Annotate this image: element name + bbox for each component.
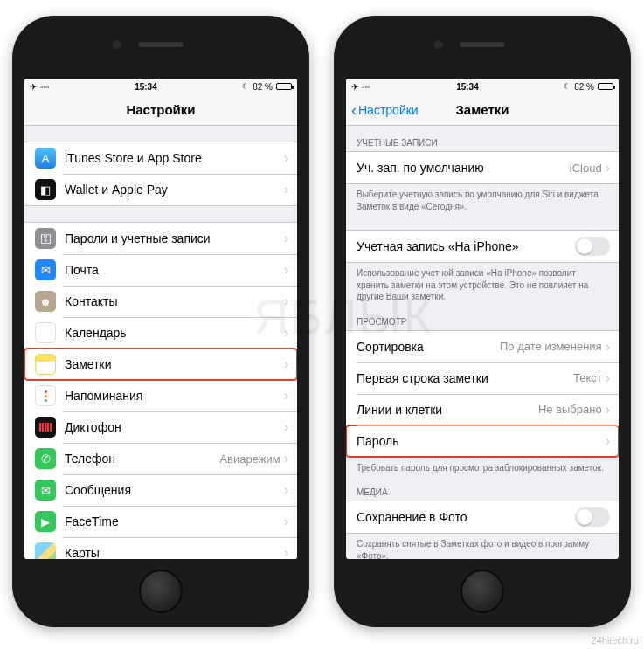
chevron-right-icon: ›: [284, 545, 288, 559]
chevron-right-icon: ›: [606, 433, 610, 449]
watermark-source: 24hitech.ru: [592, 635, 639, 646]
row-mail[interactable]: ✉ Почта ›: [24, 254, 297, 286]
row-itunes[interactable]: A iTunes Store и App Store ›: [24, 142, 297, 174]
row-label: Контакты: [65, 294, 284, 308]
battery-percent: 82 %: [253, 82, 273, 92]
row-label: Сохранение в Фото: [357, 510, 575, 524]
row-phone[interactable]: ✆ Телефон Авиарежим ›: [24, 443, 297, 474]
row-label: Телефон: [65, 452, 219, 466]
chevron-right-icon: ›: [284, 451, 288, 466]
group-view: Сортировка По дате изменения › Первая ст…: [346, 330, 619, 458]
phone-icon: ✆: [35, 448, 56, 469]
row-default-account[interactable]: Уч. зап. по умолчанию iCloud ›: [346, 152, 619, 183]
back-button[interactable]: ‹ Настройки: [351, 94, 419, 125]
group-apps: ⚿ Пароли и учетные записи › ✉ Почта › ☻ …: [24, 222, 297, 559]
chevron-right-icon: ›: [284, 482, 288, 498]
wallet-icon: ◧: [35, 179, 56, 200]
contacts-icon: ☻: [35, 291, 56, 312]
row-value: По дате изменения: [500, 340, 602, 353]
row-label: Линии и клетки: [357, 403, 538, 417]
battery-percent: 82 %: [574, 82, 594, 92]
reminders-icon: [35, 385, 56, 406]
home-button[interactable]: [139, 570, 183, 613]
row-firstline[interactable]: Первая строка заметки Текст ›: [346, 362, 619, 394]
row-label: Карты: [65, 546, 284, 559]
chevron-right-icon: ›: [284, 325, 288, 341]
row-value: Текст: [573, 371, 602, 384]
section-footer-accounts: Выберите учетную запись по умолчанию для…: [346, 184, 619, 214]
chevron-right-icon: ›: [284, 356, 288, 372]
row-lines[interactable]: Линии и клетки Не выбрано ›: [346, 394, 619, 425]
group-store: A iTunes Store и App Store › ◧ Wallet и …: [24, 142, 297, 206]
mail-icon: ✉: [35, 259, 56, 280]
row-messages[interactable]: ✉ Сообщения ›: [24, 474, 297, 506]
airplane-icon: ✈︎: [30, 82, 37, 92]
row-label: iTunes Store и App Store: [65, 151, 284, 165]
row-notes[interactable]: Заметки ›: [24, 349, 297, 380]
toggle-save-photo[interactable]: [575, 507, 610, 527]
messages-icon: ✉: [35, 480, 56, 501]
dnd-icon: ☾: [242, 82, 249, 91]
row-label: Почта: [65, 263, 284, 277]
row-wallet[interactable]: ◧ Wallet и Apple Pay ›: [24, 174, 297, 205]
page-title: Заметки: [455, 102, 509, 117]
row-contacts[interactable]: ☻ Контакты ›: [24, 286, 297, 317]
chevron-right-icon: ›: [606, 370, 610, 386]
chevron-right-icon: ›: [606, 160, 610, 176]
row-reminders[interactable]: Напоминания ›: [24, 380, 297, 411]
notes-icon: [35, 354, 56, 375]
row-sort[interactable]: Сортировка По дате изменения ›: [346, 331, 619, 362]
section-footer-view: Требовать пароль для просмотра заблокиро…: [346, 458, 619, 476]
row-label: Сообщения: [65, 483, 284, 497]
battery-icon: [276, 83, 292, 90]
row-value: Не выбрано: [538, 403, 602, 416]
row-value: iCloud: [570, 162, 602, 175]
row-calendar[interactable]: 12 Календарь ›: [24, 317, 297, 349]
row-voice[interactable]: Диктофон ›: [24, 411, 297, 443]
row-passwords[interactable]: ⚿ Пароли и учетные записи ›: [24, 223, 297, 254]
row-label: FaceTime: [65, 514, 284, 528]
row-label: Wallet и Apple Pay: [65, 183, 284, 197]
group-oniphone: Учетная запись «На iPhone»: [346, 230, 619, 263]
calendar-icon: 12: [35, 322, 56, 343]
row-password[interactable]: Пароль ›: [346, 425, 619, 457]
chevron-right-icon: ›: [284, 182, 288, 197]
row-facetime[interactable]: ▶ FaceTime ›: [24, 506, 297, 537]
phone-left: ✈︎ ◦◦◦ 15:34 ☾ 82 % Настройки: [12, 16, 309, 627]
row-label: Напоминания: [65, 389, 284, 403]
row-value: Авиарежим: [219, 452, 280, 466]
phone-right: ✈︎ ◦◦◦ 15:34 ☾ 82 % ‹ Настройки За: [334, 16, 631, 627]
row-label: Учетная запись «На iPhone»: [357, 239, 575, 253]
toggle-oniphone[interactable]: [575, 237, 610, 256]
facetime-icon: ▶: [35, 511, 56, 532]
group-media: Сохранение в Фото: [346, 501, 619, 534]
chevron-right-icon: ›: [284, 419, 288, 435]
section-header-accounts: УЧЕТНЫЕ ЗАПИСИ: [346, 126, 619, 151]
screen-notes-settings: ✈︎ ◦◦◦ 15:34 ☾ 82 % ‹ Настройки За: [346, 79, 619, 559]
chevron-right-icon: ›: [606, 339, 610, 355]
dnd-icon: ☾: [564, 82, 571, 91]
appstore-icon: A: [35, 148, 56, 169]
row-label: Пароль: [357, 434, 606, 448]
chevron-right-icon: ›: [606, 402, 610, 418]
chevron-right-icon: ›: [284, 293, 288, 309]
wifi-icon: ◦◦◦: [40, 82, 50, 92]
row-oniphone[interactable]: Учетная запись «На iPhone»: [346, 231, 619, 262]
chevron-right-icon: ›: [284, 262, 288, 278]
group-accounts: Уч. зап. по умолчанию iCloud ›: [346, 151, 619, 184]
battery-icon: [598, 83, 613, 90]
status-bar: ✈︎ ◦◦◦ 15:34 ☾ 82 %: [24, 79, 297, 94]
row-label: Уч. зап. по умолчанию: [357, 161, 570, 175]
chevron-right-icon: ›: [284, 231, 288, 246]
home-button[interactable]: [460, 570, 504, 613]
row-save-photo[interactable]: Сохранение в Фото: [346, 501, 619, 533]
status-bar: ✈︎ ◦◦◦ 15:34 ☾ 82 %: [346, 79, 619, 94]
section-footer-oniphone: Использование учетной записи «На iPhone»…: [346, 263, 619, 305]
chevron-left-icon: ‹: [351, 102, 357, 118]
navbar-settings: Настройки: [24, 94, 297, 126]
row-label: Диктофон: [65, 420, 284, 434]
section-header-view: ПРОСМОТР: [346, 305, 619, 330]
row-label: Календарь: [65, 326, 284, 340]
wifi-icon: ◦◦◦: [362, 82, 371, 92]
row-maps[interactable]: Карты ›: [24, 537, 297, 559]
